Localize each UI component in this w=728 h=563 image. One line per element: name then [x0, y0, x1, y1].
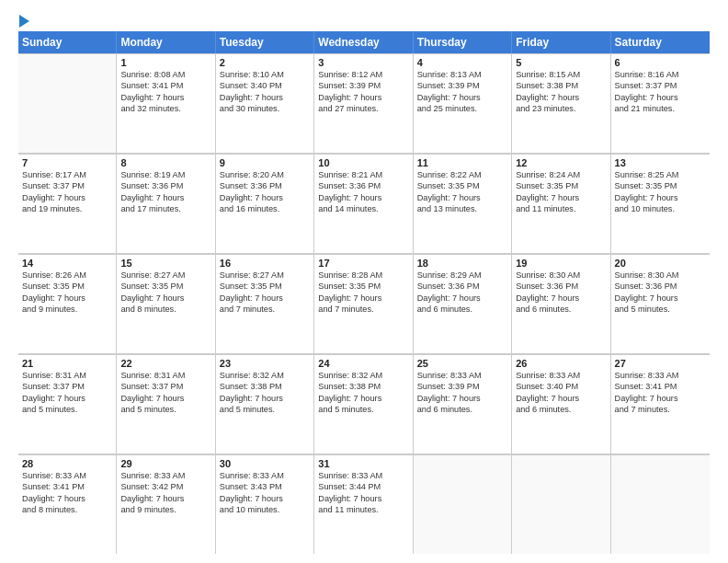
calendar-week-row: 14Sunrise: 8:26 AMSunset: 3:35 PMDayligh…: [18, 254, 710, 354]
calendar-header-cell: Thursday: [414, 31, 512, 53]
cell-info-line: Sunset: 3:41 PM: [22, 481, 112, 492]
cell-info-line: Sunset: 3:39 PM: [417, 80, 507, 91]
cell-info-line: Sunrise: 8:21 AM: [318, 169, 408, 180]
cell-info-line: Daylight: 7 hours: [318, 293, 408, 304]
calendar-header-cell: Friday: [512, 31, 610, 53]
calendar-cell: 17Sunrise: 8:28 AMSunset: 3:35 PMDayligh…: [314, 254, 413, 353]
cell-info-line: and 9 minutes.: [22, 304, 112, 315]
cell-info-line: Daylight: 7 hours: [615, 393, 706, 404]
cell-info-line: Daylight: 7 hours: [120, 92, 210, 103]
cell-info-line: Daylight: 7 hours: [318, 192, 408, 203]
calendar-cell: 1Sunrise: 8:08 AMSunset: 3:41 PMDaylight…: [117, 53, 215, 153]
calendar-week-row: 21Sunrise: 8:31 AMSunset: 3:37 PMDayligh…: [18, 354, 710, 454]
cell-info-line: Daylight: 7 hours: [220, 192, 310, 203]
calendar-cell: 22Sunrise: 8:31 AMSunset: 3:37 PMDayligh…: [117, 354, 215, 454]
cell-info-line: Sunset: 3:38 PM: [318, 381, 408, 392]
cell-info-line: Sunrise: 8:27 AM: [220, 270, 310, 281]
day-number: 23: [220, 358, 310, 369]
calendar-cell: 6Sunrise: 8:16 AMSunset: 3:37 PMDaylight…: [611, 53, 710, 153]
cell-info-line: Sunrise: 8:33 AM: [615, 370, 706, 381]
cell-info-line: Sunset: 3:36 PM: [120, 180, 210, 191]
cell-info-line: and 6 minutes.: [417, 304, 507, 315]
calendar-cell: 15Sunrise: 8:27 AMSunset: 3:35 PMDayligh…: [117, 254, 215, 353]
cell-info-line: Daylight: 7 hours: [120, 293, 210, 304]
cell-info-line: Sunrise: 8:26 AM: [22, 270, 112, 281]
day-number: 4: [417, 57, 507, 68]
calendar-cell: 3Sunrise: 8:12 AMSunset: 3:39 PMDaylight…: [314, 53, 413, 153]
calendar-cell: 27Sunrise: 8:33 AMSunset: 3:41 PMDayligh…: [611, 354, 710, 454]
cell-info-line: Sunset: 3:42 PM: [120, 481, 210, 492]
cell-info-line: Daylight: 7 hours: [120, 393, 210, 404]
cell-info-line: Sunset: 3:37 PM: [120, 381, 210, 392]
cell-info-line: and 32 minutes.: [120, 103, 210, 114]
cell-info-line: Sunset: 3:41 PM: [120, 80, 210, 91]
cell-info-line: and 16 minutes.: [220, 203, 310, 214]
cell-info-line: and 17 minutes.: [120, 203, 210, 214]
cell-info-line: Daylight: 7 hours: [220, 293, 310, 304]
calendar-cell: 25Sunrise: 8:33 AMSunset: 3:39 PMDayligh…: [414, 354, 512, 454]
cell-info-line: Sunrise: 8:31 AM: [22, 370, 112, 381]
cell-info-line: Sunset: 3:43 PM: [220, 481, 310, 492]
cell-info-line: and 30 minutes.: [220, 103, 310, 114]
cell-info-line: Sunrise: 8:33 AM: [22, 470, 112, 481]
cell-info-line: Sunset: 3:41 PM: [615, 381, 706, 392]
calendar-body: 1Sunrise: 8:08 AMSunset: 3:41 PMDaylight…: [18, 53, 710, 554]
cell-info-line: and 11 minutes.: [516, 203, 606, 214]
cell-info-line: Sunrise: 8:19 AM: [120, 169, 210, 180]
day-number: 14: [22, 258, 112, 269]
cell-info-line: Sunset: 3:40 PM: [220, 80, 310, 91]
cell-info-line: Daylight: 7 hours: [417, 92, 507, 103]
cell-info-line: and 10 minutes.: [615, 203, 706, 214]
cell-info-line: Sunset: 3:36 PM: [220, 180, 310, 191]
calendar-cell: 9Sunrise: 8:20 AMSunset: 3:36 PMDaylight…: [216, 154, 314, 253]
cell-info-line: Sunrise: 8:27 AM: [120, 270, 210, 281]
day-number: 19: [516, 258, 606, 269]
calendar-header-cell: Sunday: [18, 31, 117, 53]
calendar-cell: 28Sunrise: 8:33 AMSunset: 3:41 PMDayligh…: [18, 454, 117, 554]
cell-info-line: Sunrise: 8:32 AM: [220, 370, 310, 381]
cell-info-line: Daylight: 7 hours: [22, 493, 112, 504]
cell-info-line: Daylight: 7 hours: [22, 393, 112, 404]
cell-info-line: Sunset: 3:36 PM: [516, 281, 606, 292]
cell-info-line: Sunset: 3:39 PM: [417, 381, 507, 392]
cell-info-line: and 5 minutes.: [318, 404, 408, 415]
day-number: 8: [120, 157, 210, 168]
cell-info-line: Daylight: 7 hours: [318, 92, 408, 103]
cell-info-line: and 5 minutes.: [120, 404, 210, 415]
logo: [18, 15, 29, 24]
calendar-cell: 10Sunrise: 8:21 AMSunset: 3:36 PMDayligh…: [314, 154, 413, 253]
cell-info-line: and 27 minutes.: [318, 103, 408, 114]
cell-info-line: Sunset: 3:37 PM: [615, 80, 706, 91]
cell-info-line: Daylight: 7 hours: [318, 393, 408, 404]
cell-info-line: Sunrise: 8:32 AM: [318, 370, 408, 381]
calendar-cell: 31Sunrise: 8:33 AMSunset: 3:44 PMDayligh…: [314, 454, 413, 554]
cell-info-line: Sunset: 3:36 PM: [615, 281, 706, 292]
cell-info-line: Daylight: 7 hours: [22, 293, 112, 304]
day-number: 30: [220, 458, 310, 469]
calendar-header-cell: Tuesday: [216, 31, 314, 53]
calendar-cell: 24Sunrise: 8:32 AMSunset: 3:38 PMDayligh…: [314, 354, 413, 454]
cell-info-line: and 9 minutes.: [120, 504, 210, 515]
cell-info-line: Daylight: 7 hours: [318, 493, 408, 504]
cell-info-line: and 13 minutes.: [417, 203, 507, 214]
day-number: 28: [22, 458, 112, 469]
day-number: 20: [615, 258, 706, 269]
calendar-cell: 4Sunrise: 8:13 AMSunset: 3:39 PMDaylight…: [414, 53, 512, 153]
cell-info-line: Sunset: 3:38 PM: [220, 381, 310, 392]
cell-info-line: Daylight: 7 hours: [417, 393, 507, 404]
cell-info-line: Sunrise: 8:08 AM: [120, 69, 210, 80]
cell-info-line: Sunrise: 8:33 AM: [220, 470, 310, 481]
cell-info-line: Sunrise: 8:33 AM: [120, 470, 210, 481]
day-number: 22: [120, 358, 210, 369]
cell-info-line: Daylight: 7 hours: [516, 293, 606, 304]
calendar-cell: [611, 454, 710, 554]
day-number: 7: [22, 157, 112, 168]
logo-arrow-icon: [19, 15, 29, 28]
cell-info-line: Sunset: 3:40 PM: [516, 381, 606, 392]
page: SundayMondayTuesdayWednesdayThursdayFrid…: [0, 0, 728, 563]
cell-info-line: Sunrise: 8:22 AM: [417, 169, 507, 180]
cell-info-line: Sunrise: 8:33 AM: [417, 370, 507, 381]
calendar-cell: 23Sunrise: 8:32 AMSunset: 3:38 PMDayligh…: [216, 354, 314, 454]
day-number: 31: [318, 458, 408, 469]
cell-info-line: Daylight: 7 hours: [615, 192, 706, 203]
